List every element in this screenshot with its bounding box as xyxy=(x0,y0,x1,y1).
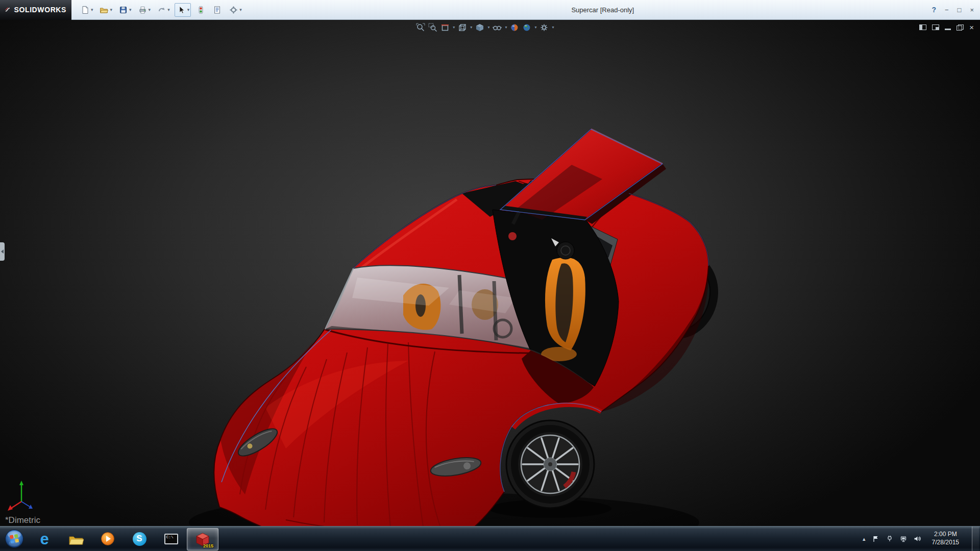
open-button[interactable] xyxy=(99,5,110,15)
taskbar-internet-explorer[interactable]: e xyxy=(29,527,60,551)
media-player-icon xyxy=(101,532,115,546)
select-tool-group: ▾ xyxy=(175,3,191,17)
file-properties-button[interactable] xyxy=(212,5,223,15)
viewport-split-icon[interactable] xyxy=(919,24,926,30)
dropdown-caret[interactable]: ▾ xyxy=(110,8,113,12)
viewport-close-button[interactable]: × xyxy=(969,23,974,31)
viewport-restore-button[interactable] xyxy=(957,24,964,31)
clock-date: 7/28/2015 xyxy=(932,539,959,547)
taskbar-skype[interactable]: S xyxy=(124,527,155,551)
windows-taskbar: e S C:\ 2015 xyxy=(0,526,980,551)
view-orientation-label: *Dimetric xyxy=(5,515,40,525)
windows-orb-icon xyxy=(5,529,24,548)
new-document-button[interactable] xyxy=(80,5,90,15)
power-plug-icon[interactable] xyxy=(886,535,893,542)
taskbar-windows-explorer[interactable] xyxy=(60,527,92,551)
start-button[interactable] xyxy=(0,527,29,551)
taskbar-clock[interactable]: 2:00 PM 7/28/2015 xyxy=(928,531,963,546)
dropdown-caret[interactable]: ▾ xyxy=(167,8,170,12)
edit-appearance-icon[interactable] xyxy=(509,22,520,33)
dropdown-caret[interactable]: ▾ xyxy=(470,26,472,30)
internet-explorer-icon: e xyxy=(40,531,48,547)
headrest xyxy=(557,242,574,259)
folder-icon xyxy=(68,533,84,545)
undo-button[interactable] xyxy=(156,5,167,15)
volume-icon[interactable] xyxy=(914,535,921,542)
view-settings-icon[interactable] xyxy=(539,22,549,33)
maximize-button[interactable]: □ xyxy=(958,7,962,13)
clock-time: 2:00 PM xyxy=(932,531,959,539)
command-prompt-icon: C:\ xyxy=(164,534,178,544)
skype-icon: S xyxy=(133,532,146,546)
brand-label: SOLIDWORKS xyxy=(14,6,66,14)
graphics-area[interactable] xyxy=(0,20,980,526)
taskbar-media-player[interactable] xyxy=(92,527,124,551)
dropdown-caret[interactable]: ▾ xyxy=(552,26,554,30)
dropdown-caret[interactable]: ▾ xyxy=(91,8,93,12)
show-hidden-icons-chevron[interactable]: ▴ xyxy=(863,536,866,542)
heads-up-view-toolbar: ▾ ▾ ▾ ▾ xyxy=(415,22,554,33)
close-button[interactable]: × xyxy=(970,7,974,13)
dropdown-caret[interactable]: ▾ xyxy=(149,8,151,12)
standard-toolbar: ▾ ▾ ▾ ▾ ▾ ▾ xyxy=(79,3,247,17)
dropdown-caret[interactable]: ▾ xyxy=(487,26,489,30)
solidworks-logo: SOLIDWORKS xyxy=(0,0,71,20)
display-style-icon[interactable] xyxy=(475,22,485,33)
app-titlebar: SOLIDWORKS ▾ ▾ ▾ ▾ ▾ xyxy=(0,0,980,20)
solidworks-version-badge: 2015 xyxy=(203,543,213,548)
taskbar-solidworks-active[interactable]: 2015 xyxy=(187,528,218,550)
graphics-viewport[interactable]: ▾ ▾ ▾ ▾ xyxy=(0,20,980,526)
dropdown-caret[interactable]: ▾ xyxy=(239,8,242,12)
window-title: Supercar [Read-only] xyxy=(571,6,634,14)
zoom-to-fit-icon[interactable] xyxy=(415,22,426,33)
options-button[interactable] xyxy=(228,5,239,15)
orientation-triad xyxy=(6,479,39,513)
save-button[interactable] xyxy=(118,5,129,15)
dropdown-caret[interactable]: ▾ xyxy=(453,26,455,30)
action-center-flag-icon[interactable] xyxy=(872,535,879,542)
minimize-button[interactable]: − xyxy=(945,7,949,13)
featuremanager-flyout-tab[interactable] xyxy=(0,242,5,261)
dropdown-caret[interactable]: ▾ xyxy=(505,26,507,30)
hide-show-items-icon[interactable] xyxy=(492,22,502,33)
network-icon[interactable] xyxy=(900,535,907,542)
help-icon[interactable]: ? xyxy=(932,6,936,14)
section-view-icon[interactable] xyxy=(440,22,450,33)
show-desktop-button[interactable] xyxy=(972,527,979,551)
zoom-to-area-icon[interactable] xyxy=(428,22,438,33)
viewport-pane-icon[interactable] xyxy=(932,24,939,30)
rebuild-button[interactable] xyxy=(195,5,206,15)
dropdown-caret[interactable]: ▾ xyxy=(534,26,536,30)
select-cursor-button[interactable] xyxy=(176,5,187,15)
viewport-minimize-button[interactable] xyxy=(945,29,951,30)
system-tray: ▴ 2:00 PM 7/28/2015 xyxy=(863,527,980,551)
viewport-window-controls: × xyxy=(919,23,974,31)
view-orientation-icon[interactable] xyxy=(457,22,468,33)
apply-scene-icon[interactable] xyxy=(522,22,532,33)
print-button[interactable] xyxy=(137,5,148,15)
solidworks-logo-icon xyxy=(5,5,11,15)
taskbar-command-prompt[interactable]: C:\ xyxy=(155,527,187,551)
window-controls: ? − □ × xyxy=(932,6,980,14)
dropdown-caret[interactable]: ▾ xyxy=(129,8,132,12)
dropdown-caret[interactable]: ▾ xyxy=(187,8,190,12)
